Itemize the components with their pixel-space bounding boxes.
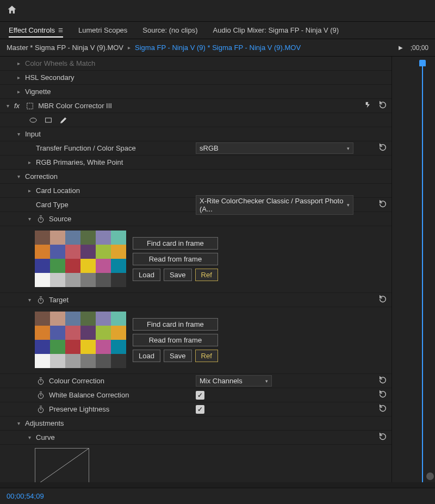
color-patch xyxy=(65,326,80,340)
disclosure-icon[interactable] xyxy=(26,297,33,303)
save-button[interactable]: Save xyxy=(164,269,192,281)
fx-badge-icon[interactable]: fx xyxy=(14,102,20,110)
stopwatch-icon[interactable] xyxy=(36,295,46,305)
svg-rect-2 xyxy=(46,118,52,122)
color-patch xyxy=(65,312,80,326)
row-vignette[interactable]: Vignette xyxy=(0,85,391,99)
label: Source xyxy=(49,215,71,223)
row-source-group[interactable]: Source xyxy=(0,212,391,226)
color-patch xyxy=(50,326,65,340)
label: Card Location xyxy=(36,186,80,195)
row-card-type[interactable]: Card Type X-Rite ColorChecker Classic / … xyxy=(0,198,391,212)
row-rgb-primaries[interactable]: RGB Primaries, White Point xyxy=(0,155,391,170)
white-balance-checkbox[interactable] xyxy=(196,391,204,400)
bottom-bar: 00;00;54;09 xyxy=(0,488,435,504)
find-card-button[interactable]: Find card in frame xyxy=(133,237,218,250)
color-patch xyxy=(80,340,96,354)
stopwatch-icon[interactable] xyxy=(36,405,46,414)
play-icon[interactable]: ▶ xyxy=(399,45,403,51)
find-card-button[interactable]: Find card in frame xyxy=(133,318,218,331)
row-preserve-lightness[interactable]: Preserve Lightness xyxy=(0,402,391,416)
ref-button[interactable]: Ref xyxy=(195,350,218,362)
clip-header: Master * Sigma FP - Ninja V (9).MOV ▸ Si… xyxy=(0,39,435,57)
home-icon[interactable] xyxy=(7,4,17,17)
load-button[interactable]: Load xyxy=(133,350,160,362)
ref-button[interactable]: Ref xyxy=(195,269,218,281)
row-mask-shapes xyxy=(0,113,391,127)
row-input-group[interactable]: Input xyxy=(0,127,391,141)
color-patch xyxy=(80,354,96,368)
reset-icon[interactable] xyxy=(378,404,387,414)
row-white-balance[interactable]: White Balance Correction xyxy=(0,388,391,402)
tab-effect-controls[interactable]: Effect Controls ☰ xyxy=(9,23,63,38)
transfer-function-dropdown[interactable]: sRGB ▾ xyxy=(196,142,353,154)
read-frame-button[interactable]: Read from frame xyxy=(133,253,218,265)
reset-icon[interactable] xyxy=(378,295,387,305)
disclosure-icon[interactable] xyxy=(15,60,22,66)
reset-icon[interactable] xyxy=(378,432,387,443)
ellipse-mask-icon[interactable] xyxy=(28,115,38,125)
label: White Balance Correction xyxy=(49,391,129,399)
reset-icon[interactable] xyxy=(378,143,387,153)
row-adjustments-group[interactable]: Adjustments xyxy=(0,416,391,431)
tab-audio-mixer[interactable]: Audio Clip Mixer: Sigma FP - Ninja V (9) xyxy=(213,23,339,38)
freeform-icon[interactable] xyxy=(25,101,35,111)
color-patch xyxy=(35,231,50,245)
load-button[interactable]: Load xyxy=(133,269,160,281)
vertical-scrollbar[interactable] xyxy=(425,57,434,482)
tab-label: Effect Controls xyxy=(9,26,55,34)
reset-effect-icon[interactable] xyxy=(378,101,387,111)
chevron-down-icon: ▾ xyxy=(347,146,350,151)
disclosure-icon[interactable] xyxy=(26,434,33,440)
color-patch xyxy=(65,245,80,259)
svg-point-1 xyxy=(30,118,36,122)
row-hsl-secondary[interactable]: HSL Secondary xyxy=(0,71,391,85)
preserve-lightness-checkbox[interactable] xyxy=(196,405,204,414)
disclosure-icon[interactable] xyxy=(15,89,22,95)
disclosure-icon[interactable] xyxy=(15,173,22,179)
disclosure-icon[interactable] xyxy=(26,159,33,165)
disclosure-icon[interactable] xyxy=(15,131,22,137)
rectangle-mask-icon[interactable] xyxy=(44,115,53,125)
label: Preserve Lightness xyxy=(49,405,109,413)
row-curve[interactable]: Curve xyxy=(0,431,391,445)
reset-icon[interactable] xyxy=(378,376,387,386)
sequence-clip-name[interactable]: Sigma FP - Ninja V (9) * Sigma FP - Ninj… xyxy=(135,43,301,52)
color-patch xyxy=(111,340,126,354)
current-timecode[interactable]: 00;00;54;09 xyxy=(7,492,44,500)
scrollbar-thumb[interactable] xyxy=(426,472,434,480)
reset-icon[interactable] xyxy=(378,200,387,210)
stopwatch-icon[interactable] xyxy=(36,214,46,224)
row-color-wheels[interactable]: Color Wheels & Match xyxy=(0,57,391,71)
disclosure-icon[interactable] xyxy=(15,74,22,80)
tab-lumetri-scopes[interactable]: Lumetri Scopes xyxy=(78,23,127,38)
disclosure-icon[interactable] xyxy=(15,420,22,426)
save-button[interactable]: Save xyxy=(164,350,192,362)
disclosure-icon[interactable] xyxy=(4,103,11,109)
color-patch xyxy=(80,312,96,326)
stopwatch-icon[interactable] xyxy=(36,376,46,386)
label: Adjustments xyxy=(25,419,64,427)
pin-icon[interactable] xyxy=(364,101,373,111)
color-patch xyxy=(80,273,96,287)
color-patch xyxy=(35,273,50,287)
row-correction-group[interactable]: Correction xyxy=(0,170,391,184)
color-patch xyxy=(96,312,111,326)
row-target-group[interactable]: Target xyxy=(0,293,391,307)
color-patch xyxy=(65,340,80,354)
curve-graph[interactable] xyxy=(35,448,89,482)
tab-source[interactable]: Source: (no clips) xyxy=(142,23,197,38)
row-transfer-function[interactable]: Transfer Function / Color Space sRGB ▾ xyxy=(0,141,391,155)
label: Card Type xyxy=(36,201,69,209)
row-effect-header[interactable]: fx MBR Color Corrector III xyxy=(0,99,391,113)
row-colour-correction[interactable]: Colour Correction Mix Channels ▾ xyxy=(0,374,391,388)
stopwatch-icon[interactable] xyxy=(36,390,46,400)
disclosure-icon[interactable] xyxy=(26,216,33,222)
color-patch xyxy=(35,245,50,259)
panel-menu-icon[interactable]: ☰ xyxy=(58,27,63,33)
pen-mask-icon[interactable] xyxy=(59,115,69,125)
colour-correction-dropdown[interactable]: Mix Channels ▾ xyxy=(196,375,272,387)
read-frame-button[interactable]: Read from frame xyxy=(133,334,218,346)
disclosure-icon[interactable] xyxy=(26,188,33,194)
reset-icon[interactable] xyxy=(378,390,387,400)
